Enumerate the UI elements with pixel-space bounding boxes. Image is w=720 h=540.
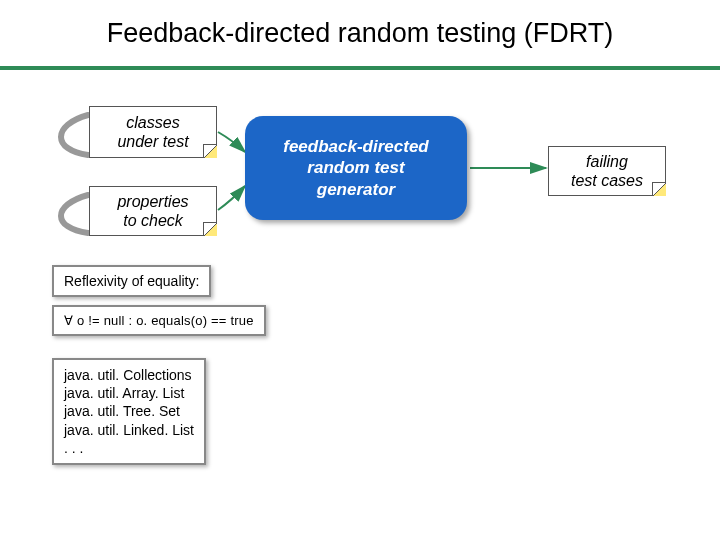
page-fold-icon xyxy=(203,144,217,158)
note-properties-label: propertiesto check xyxy=(117,192,188,230)
list-item: java. util. Tree. Set xyxy=(64,402,194,420)
callout-class-list: java. util. Collections java. util. Arra… xyxy=(52,358,206,465)
list-item: java. util. Linked. List xyxy=(64,421,194,439)
swoosh-properties-note xyxy=(61,195,88,233)
slide-title: Feedback-directed random testing (FDRT) xyxy=(0,18,720,49)
list-item: java. util. Collections xyxy=(64,366,194,384)
page-fold-icon xyxy=(652,182,666,196)
note-failing-label: failingtest cases xyxy=(571,152,643,190)
note-properties-to-check: propertiesto check xyxy=(89,186,217,236)
list-item: java. util. Array. List xyxy=(64,384,194,402)
swoosh-classes-note xyxy=(61,115,88,155)
page-fold-icon xyxy=(203,222,217,236)
generator-box: feedback-directedrandom testgenerator xyxy=(245,116,467,220)
list-item: . . . xyxy=(64,439,194,457)
callout-equals-rule: ∀ o != null : o. equals(o) == true xyxy=(52,305,266,336)
generator-label: feedback-directedrandom testgenerator xyxy=(283,136,429,200)
note-classes-label: classesunder test xyxy=(117,113,188,151)
callout-reflexivity-heading: Reflexivity of equality: xyxy=(52,265,211,297)
arrow-properties-to-generator xyxy=(218,186,245,210)
note-classes-under-test: classesunder test xyxy=(89,106,217,158)
note-failing-test-cases: failingtest cases xyxy=(548,146,666,196)
title-underline xyxy=(0,66,720,70)
arrow-classes-to-generator xyxy=(218,132,245,152)
